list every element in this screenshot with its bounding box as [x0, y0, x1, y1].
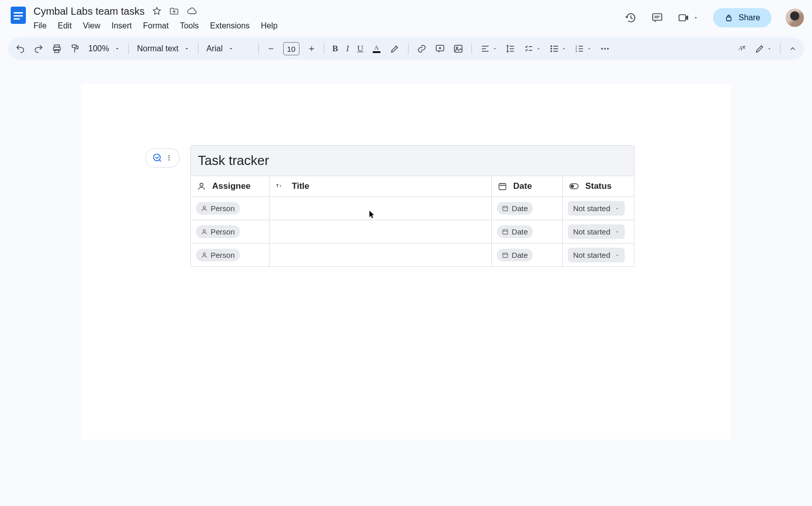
align-dropdown[interactable]	[480, 44, 497, 54]
svg-rect-20	[553, 48, 558, 49]
caret-down-icon	[615, 206, 620, 211]
zoom-select[interactable]: 100%	[88, 44, 120, 53]
zoom-value: 100%	[88, 44, 109, 53]
docs-app-icon[interactable]	[8, 5, 28, 25]
status-chip-label: Not started	[573, 204, 610, 213]
star-icon[interactable]	[152, 6, 162, 16]
col-header-assignee-label: Assignee	[212, 181, 251, 191]
font-size-input[interactable]	[283, 42, 299, 55]
menu-view[interactable]: View	[83, 21, 100, 30]
svg-text:T: T	[276, 184, 279, 188]
menu-help[interactable]: Help	[261, 21, 278, 30]
more-button[interactable]	[600, 44, 610, 54]
assignee-chip[interactable]: Person	[196, 249, 240, 261]
svg-rect-9	[55, 50, 59, 53]
comments-icon[interactable]	[651, 12, 663, 24]
avatar[interactable]	[786, 9, 804, 27]
doc-title[interactable]: Cymbal Labs team tasks	[33, 6, 145, 17]
meet-button[interactable]	[678, 12, 699, 24]
col-header-status-label: Status	[585, 181, 612, 191]
cloud-status-icon[interactable]	[186, 6, 197, 16]
table-row[interactable]: Person Date Not started	[191, 220, 634, 244]
date-chip-label: Date	[512, 251, 528, 259]
menu-insert[interactable]: Insert	[112, 21, 132, 30]
svg-point-33	[200, 183, 203, 186]
redo-button[interactable]	[33, 44, 44, 54]
move-icon[interactable]	[169, 6, 179, 16]
caret-down-icon	[615, 229, 620, 234]
print-button[interactable]	[52, 44, 62, 54]
title-cell[interactable]	[269, 244, 492, 266]
numbered-list-dropdown[interactable]: 123	[574, 44, 592, 54]
assignee-chip[interactable]: Person	[196, 225, 240, 238]
col-header-date-label: Date	[513, 181, 532, 191]
svg-rect-42	[503, 230, 508, 234]
paragraph-style-select[interactable]: Normal text	[137, 44, 190, 53]
svg-rect-4	[653, 14, 662, 20]
menu-extensions[interactable]: Extensions	[210, 21, 250, 30]
line-spacing-button[interactable]	[505, 44, 516, 54]
building-block-chip[interactable]	[145, 148, 180, 167]
font-size-decrease-button[interactable]	[267, 45, 275, 53]
menu-edit[interactable]: Edit	[58, 21, 72, 30]
col-header-title[interactable]: TT Title	[269, 176, 492, 197]
text-color-button[interactable]: A	[371, 43, 382, 54]
tracker-title[interactable]: Task tracker	[191, 146, 634, 176]
date-chip[interactable]: Date	[497, 202, 533, 215]
highlight-button[interactable]	[390, 44, 400, 54]
title-icon: TT	[276, 182, 286, 191]
font-size-increase-button[interactable]	[308, 45, 316, 53]
paragraph-style-value: Normal text	[137, 44, 179, 53]
svg-point-27	[607, 48, 608, 49]
status-chip[interactable]: Not started	[568, 224, 624, 239]
insert-link-button[interactable]	[417, 44, 427, 54]
assignee-chip-label: Person	[211, 204, 235, 213]
col-header-assignee[interactable]: Assignee	[191, 176, 269, 197]
menu-tools[interactable]: Tools	[180, 21, 198, 30]
paint-format-button[interactable]	[70, 44, 80, 54]
svg-point-17	[551, 48, 552, 49]
underline-button[interactable]: U	[357, 44, 363, 54]
svg-rect-5	[679, 15, 686, 21]
share-button[interactable]: Share	[713, 8, 771, 27]
font-value: Arial	[207, 44, 223, 53]
clear-formatting-button[interactable]: A	[736, 44, 747, 54]
table-row[interactable]: Person Date Not started	[191, 197, 634, 220]
svg-point-30	[168, 155, 170, 156]
svg-text:T: T	[280, 185, 282, 188]
insert-comment-button[interactable]	[435, 44, 445, 54]
document-page[interactable]: Task tracker Assignee TT Title	[81, 84, 731, 440]
bulleted-list-dropdown[interactable]	[549, 44, 566, 54]
col-header-date[interactable]: Date	[492, 176, 563, 197]
history-icon[interactable]	[625, 12, 637, 24]
checklist-dropdown[interactable]	[524, 44, 541, 54]
caret-down-icon	[615, 253, 620, 258]
bold-button[interactable]: B	[332, 44, 338, 54]
svg-rect-36	[499, 184, 506, 190]
table-row[interactable]: Person Date Not started	[191, 244, 634, 266]
person-icon	[197, 182, 206, 191]
status-chip[interactable]: Not started	[568, 201, 624, 216]
date-chip[interactable]: Date	[497, 249, 533, 261]
assignee-chip[interactable]: Person	[196, 202, 240, 215]
svg-point-15	[456, 47, 458, 49]
col-header-status[interactable]: Status	[563, 176, 634, 197]
title-cell[interactable]	[269, 220, 492, 244]
date-chip[interactable]: Date	[497, 225, 533, 238]
menu-file[interactable]: File	[33, 21, 47, 30]
editing-mode-dropdown[interactable]	[755, 44, 772, 54]
insert-image-button[interactable]	[453, 44, 463, 54]
collapse-toolbar-button[interactable]	[789, 45, 797, 53]
svg-point-38	[571, 185, 573, 188]
svg-point-41	[203, 229, 205, 231]
menu-format[interactable]: Format	[143, 21, 169, 30]
person-icon	[201, 228, 208, 235]
font-select[interactable]: Arial	[207, 44, 250, 53]
undo-button[interactable]	[15, 44, 25, 54]
task-tracker-table[interactable]: Task tracker Assignee TT Title	[190, 145, 634, 267]
status-chip-label: Not started	[573, 251, 610, 259]
title-cell[interactable]	[269, 197, 492, 220]
italic-button[interactable]: I	[346, 44, 349, 54]
status-chip[interactable]: Not started	[568, 248, 624, 262]
share-label: Share	[738, 13, 760, 22]
